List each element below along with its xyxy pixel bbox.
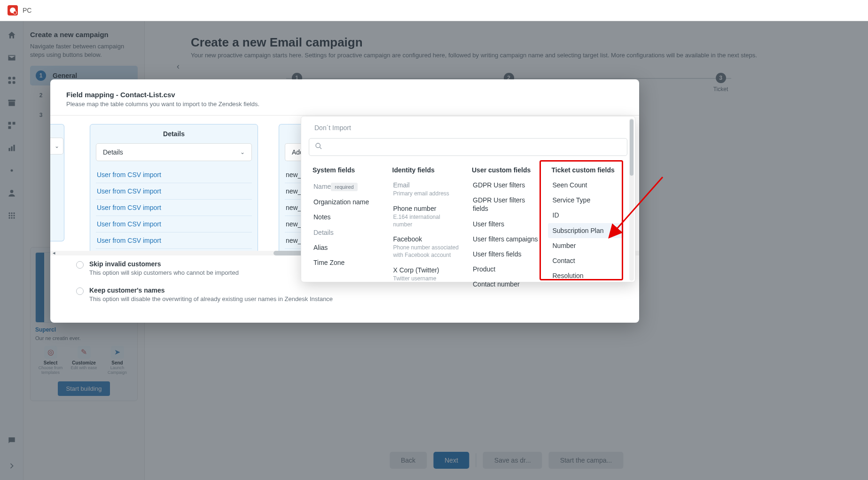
dropdown-col-system: System fields NamerequiredOrganization n… (309, 163, 389, 292)
dropdown-item[interactable]: Organization name (309, 194, 385, 209)
column-header: Details (96, 130, 252, 138)
dropdown-item[interactable]: Phone numberE.164 international number (389, 201, 465, 232)
app-label: PC (23, 7, 31, 14)
modal-subtitle: Please map the table columns you want to… (66, 101, 623, 108)
dropdown-item[interactable]: GDPR User filters (468, 178, 544, 193)
dropdown-item[interactable]: Product (468, 262, 544, 277)
dropdown-item[interactable]: GDPR User filters fields (468, 193, 544, 216)
csv-row-value[interactable]: User from CSV import (96, 216, 252, 232)
option-title: Keep customer's names (89, 286, 333, 294)
dropdown-item[interactable]: Number (548, 238, 624, 253)
dropdown-item[interactable]: Seen Count (548, 178, 624, 193)
col-header: User custom fields (468, 163, 544, 178)
column-select-partial[interactable]: ⌄ (50, 138, 63, 155)
dropdown-item[interactable]: User filters campaigns (468, 232, 544, 247)
option-sub: This option will disable the overwriting… (89, 295, 333, 302)
keep-names-checkbox[interactable] (76, 287, 84, 295)
modal-title: Field mapping - Contact-List.csv (66, 91, 623, 99)
scroll-left-arrow-icon[interactable]: ◂ (53, 250, 55, 255)
dropdown-item[interactable]: ID (548, 208, 624, 223)
option-sub: This option will skip customers who cann… (89, 269, 239, 276)
dropdown-item[interactable]: EmailPrimary email address (389, 178, 465, 201)
csv-row-value[interactable]: User from CSV import (96, 200, 252, 216)
dropdown-col-ticket-custom: Ticket custom fields Seen CountService T… (548, 163, 628, 292)
chevron-down-icon: ⌄ (240, 149, 245, 155)
mapping-column-partial-left: ⌄ (50, 124, 64, 241)
field-dropdown: Don´t Import System fields NamerequiredO… (301, 116, 635, 282)
dropdown-item[interactable]: Subscription Plan (548, 223, 624, 238)
dropdown-item[interactable]: Time Zone (309, 255, 385, 270)
dropdown-search[interactable] (309, 138, 627, 156)
dropdown-item[interactable]: User filters (468, 217, 544, 232)
csv-row-value[interactable]: User from CSV import (96, 167, 252, 183)
column-field-select[interactable]: Details ⌄ (96, 143, 252, 161)
col-header: Ticket custom fields (548, 163, 624, 178)
search-input[interactable] (326, 143, 621, 151)
dropdown-item[interactable]: Details (309, 225, 385, 240)
csv-row-value[interactable]: User from CSV import (96, 183, 252, 200)
dropdown-item[interactable]: Contact (548, 253, 624, 268)
dropdown-item[interactable]: FacebookPhone number associated with Fac… (389, 232, 465, 262)
chevron-down-icon: ⌄ (55, 143, 59, 149)
dropdown-item[interactable]: X Corp (Twitter)Twitter username (389, 263, 465, 286)
top-bar: PC (0, 0, 868, 21)
col-header: System fields (309, 163, 385, 178)
dropdown-item[interactable]: Namerequired (309, 178, 385, 194)
dropdown-item[interactable]: User filters fields (468, 247, 544, 262)
mapping-column-details: Details Details ⌄ User from CSV importUs… (90, 124, 258, 255)
scrollbar-thumb[interactable] (630, 119, 633, 176)
dropdown-item[interactable]: Service Type (548, 193, 624, 208)
skip-invalid-checkbox[interactable] (76, 261, 84, 269)
dropdown-col-user-custom: User custom fields GDPR User filtersGDPR… (468, 163, 548, 292)
dropdown-item[interactable]: Notes (309, 209, 385, 225)
col-header: Identity fields (389, 163, 465, 178)
app-logo (8, 5, 18, 15)
svg-point-23 (316, 143, 320, 147)
dropdown-col-identity: Identity fields EmailPrimary email addre… (389, 163, 469, 292)
dropdown-scrollbar[interactable] (629, 118, 634, 281)
search-icon (315, 142, 322, 152)
csv-row-value[interactable]: User from CSV import (96, 232, 252, 249)
dropdown-item[interactable]: Contact number (468, 277, 544, 292)
dont-import-option[interactable]: Don´t Import (301, 116, 635, 138)
dropdown-item[interactable]: Alias (309, 240, 385, 255)
option-title: Skip invalid customers (89, 260, 239, 268)
dropdown-item[interactable]: Resolution (548, 268, 624, 283)
